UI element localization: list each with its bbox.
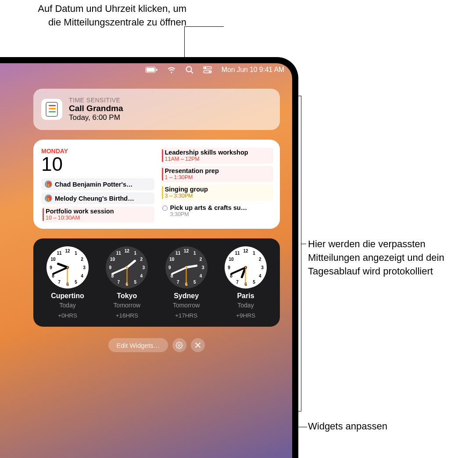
calendar-birthday-item: 🎁 Melody Cheung's Birthd… [41, 192, 154, 204]
clock-offset: +17HRS [175, 312, 197, 319]
calendar-widget[interactable]: MONDAY 10 🎁 Chad Benjamin Potter's… 🎁 Me… [33, 140, 280, 229]
device-frame: Mon Jun 10 9:41 AM TIME SENSITIVE Call G… [0, 57, 298, 458]
clock-offset: +9HRS [236, 312, 255, 319]
clock-city: Sydney [174, 292, 199, 300]
svg-point-3 [186, 67, 191, 72]
svg-point-8 [209, 71, 211, 72]
clock-face: 123456789101112 [165, 246, 208, 289]
close-button[interactable] [191, 338, 205, 352]
clock-item: 123456789101112ParisToday+9HRS [219, 246, 272, 319]
clock-offset: +0HRS [58, 312, 77, 319]
settings-gear-button[interactable] [172, 338, 186, 352]
svg-rect-2 [156, 69, 157, 71]
svg-line-4 [191, 71, 193, 73]
clock-day: Tomorrow [114, 302, 140, 309]
clock-item: 123456789101112SydneyTomorrow+17HRS [160, 246, 213, 319]
reminders-app-icon [41, 99, 62, 120]
clock-item: 123456789101112TokyoTomorrow+16HRS [100, 246, 153, 319]
clock-city: Cupertino [51, 292, 84, 300]
clock-city: Tokyo [117, 292, 137, 300]
annotation-notification-center: Hier werden die verpassten Mitteilungen … [308, 238, 475, 278]
calendar-event-item: Singing group 3 – 3:30PM [161, 184, 274, 201]
notification-tag: TIME SENSITIVE [69, 97, 272, 104]
annotation-edit-widgets: Widgets anpassen [308, 421, 387, 432]
calendar-event-item: Presentation prep 1 – 1:30PM [161, 166, 274, 182]
clock-face: 123456789101112 [106, 246, 148, 289]
edit-widgets-button[interactable]: Edit Widgets… [108, 338, 168, 352]
mac-screen: Mon Jun 10 9:41 AM TIME SENSITIVE Call G… [0, 63, 292, 458]
svg-point-6 [205, 67, 206, 69]
world-clock-widget[interactable]: 123456789101112CupertinoToday+0HRS123456… [33, 238, 280, 327]
clock-offset: +16HRS [116, 312, 138, 319]
calendar-birthday-item: 🎁 Chad Benjamin Potter's… [41, 178, 154, 190]
calendar-event-item: Portfolio work session 10 – 10:30AM [41, 206, 154, 223]
calendar-event-item: Leadership skills workshop 11AM – 12PM [161, 148, 274, 164]
wifi-icon[interactable] [167, 65, 176, 74]
control-center-icon[interactable] [203, 65, 212, 74]
reminder-notification[interactable]: TIME SENSITIVE Call Grandma Today, 6:00 … [33, 89, 280, 130]
widget-controls: Edit Widgets… [33, 338, 280, 352]
clock-face: 123456789101112 [225, 246, 267, 289]
notification-center: TIME SENSITIVE Call Grandma Today, 6:00 … [0, 76, 292, 352]
clock-day: Tomorrow [173, 302, 200, 309]
clock-city: Paris [237, 292, 254, 300]
svg-rect-1 [146, 68, 154, 72]
gift-icon: 🎁 [45, 180, 52, 188]
battery-icon[interactable] [145, 65, 157, 74]
notification-time: Today, 6:00 PM [69, 113, 272, 122]
annotation-menubar-clock: Auf Datum und Uhrzeit klicken, um die Mi… [24, 2, 186, 29]
menubar-datetime[interactable]: Mon Jun 10 9:41 AM [222, 66, 284, 74]
calendar-date-number: 10 [41, 155, 154, 174]
svg-point-9 [178, 344, 180, 346]
spotlight-icon[interactable] [186, 65, 193, 74]
clock-day: Today [237, 302, 254, 309]
menubar: Mon Jun 10 9:41 AM [0, 63, 292, 76]
clock-day: Today [59, 302, 75, 309]
gift-icon: 🎁 [45, 195, 52, 202]
reminder-circle-icon [162, 206, 168, 211]
notification-title: Call Grandma [69, 104, 272, 113]
clock-item: 123456789101112CupertinoToday+0HRS [41, 246, 94, 319]
clock-face: 123456789101112 [47, 246, 89, 289]
calendar-reminder-item: Pick up arts & crafts su… 3:30PM [161, 203, 274, 219]
